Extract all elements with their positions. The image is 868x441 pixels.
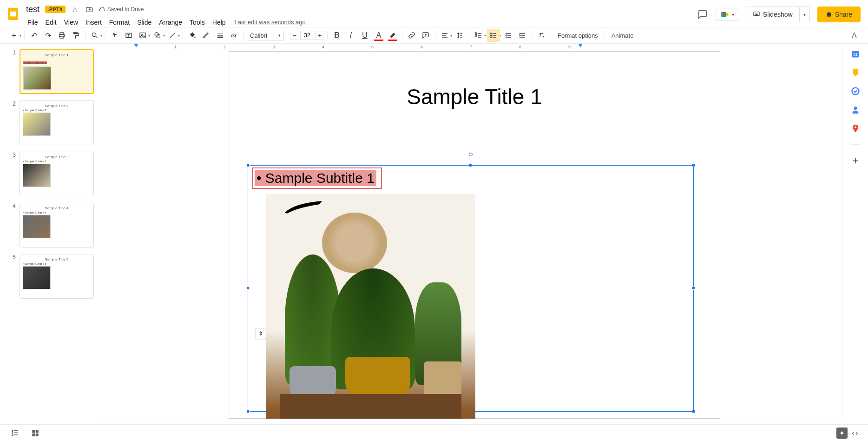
maps-icon[interactable] <box>851 124 860 133</box>
thumb-preview[interactable]: Sample Title 2 • Sample Subtitle 2 <box>20 100 94 145</box>
move-icon[interactable] <box>84 4 95 15</box>
slideshow-dropdown[interactable]: ▾ <box>800 7 810 22</box>
share-button[interactable]: Share <box>817 7 861 22</box>
last-edit-link[interactable]: Last edit was seconds ago <box>235 17 306 28</box>
line-spacing-button[interactable] <box>453 29 466 42</box>
hide-side-panel-button[interactable]: › <box>851 429 862 437</box>
thumb-preview[interactable]: Sample Title 1 Sample Subtitle 1 <box>20 49 94 94</box>
filmstrip-view-button[interactable] <box>9 429 20 437</box>
calendar-icon[interactable]: 31 <box>851 49 860 59</box>
slides-logo[interactable] <box>4 5 22 23</box>
resize-handle-bl[interactable] <box>246 410 250 413</box>
animate-button[interactable]: Animate <box>608 32 638 39</box>
comments-icon[interactable] <box>697 9 708 20</box>
thumb-preview[interactable]: Sample Title 4 • Sample Subtitle 4 <box>20 203 94 247</box>
slide-thumb-5[interactable]: 5 Sample Title 5 • Sample Subtitle 5 <box>11 254 97 299</box>
clear-formatting-button[interactable] <box>535 29 548 42</box>
slide-image[interactable] <box>266 194 475 419</box>
numbered-list-button[interactable]: 12 <box>472 29 485 42</box>
format-options-button[interactable]: Format options <box>554 32 602 39</box>
doc-title[interactable]: test <box>24 5 41 14</box>
italic-button[interactable]: I <box>344 29 357 42</box>
image-tool[interactable] <box>136 29 149 42</box>
highlight-color-button[interactable] <box>386 29 399 42</box>
menu-slide[interactable]: Slide <box>134 17 155 28</box>
indent-marker-left[interactable] <box>134 44 138 47</box>
canvas-area[interactable]: 1 2 3 4 5 6 7 8 9 Sample Title 1 <box>100 44 842 419</box>
border-weight-button[interactable] <box>214 29 227 42</box>
select-tool[interactable] <box>108 29 121 42</box>
svg-text:2: 2 <box>475 34 477 37</box>
indent-marker-right[interactable] <box>578 44 583 47</box>
grid-view-button[interactable] <box>30 429 41 437</box>
text-color-button[interactable]: A <box>372 29 385 42</box>
font-family-select[interactable]: Calibri▾ <box>247 31 284 40</box>
slide-canvas[interactable]: Sample Title 1 • Sample Subtitle 1 <box>229 51 720 419</box>
align-button[interactable] <box>438 29 451 42</box>
resize-handle-tm[interactable] <box>469 164 472 167</box>
resize-handle-tl[interactable] <box>246 164 250 167</box>
meet-button[interactable]: ▾ <box>716 8 738 21</box>
font-size-input[interactable]: 32 <box>300 31 314 40</box>
contacts-icon[interactable] <box>851 105 860 114</box>
tasks-icon[interactable] <box>851 87 860 96</box>
keep-icon[interactable] <box>851 68 860 77</box>
menu-tools[interactable]: Tools <box>186 17 208 28</box>
collapse-toolbar-button[interactable]: ᐱ <box>852 31 861 40</box>
new-slide-button[interactable]: ＋ <box>7 29 20 42</box>
ruler-tick: 1 <box>174 45 177 49</box>
resize-handle-mr[interactable] <box>692 287 695 290</box>
autofit-button[interactable]: ⇕ <box>255 328 266 339</box>
underline-button[interactable]: U <box>358 29 371 42</box>
slide-thumb-3[interactable]: 3 Sample Title 3 • Sample Subtitle 3 <box>11 152 97 196</box>
menu-format[interactable]: Format <box>106 17 133 28</box>
add-addon-icon[interactable]: ＋ <box>851 156 860 165</box>
slide-thumb-4[interactable]: 4 Sample Title 4 • Sample Subtitle 4 <box>11 203 97 247</box>
subtitle-highlighted[interactable]: • Sample Subtitle 1 <box>252 167 382 189</box>
paint-format-button[interactable] <box>69 29 82 42</box>
border-dash-button[interactable] <box>228 29 241 42</box>
zoom-button[interactable] <box>88 29 101 42</box>
menu-help[interactable]: Help <box>209 17 229 28</box>
menu-view[interactable]: View <box>61 17 81 28</box>
insert-link-button[interactable] <box>405 29 418 42</box>
print-button[interactable] <box>55 29 68 42</box>
bold-button[interactable]: B <box>330 29 343 42</box>
menu-file[interactable]: File <box>24 17 41 28</box>
resize-handle-br[interactable] <box>692 410 695 413</box>
insert-comment-button[interactable] <box>419 29 432 42</box>
redo-button[interactable]: ↷ <box>41 29 54 42</box>
thumb-preview[interactable]: Sample Title 3 • Sample Subtitle 3 <box>20 152 94 196</box>
menu-insert[interactable]: Insert <box>82 17 105 28</box>
slide-thumb-1[interactable]: 1 Sample Title 1 Sample Subtitle 1 <box>11 49 97 94</box>
shape-tool[interactable] <box>151 29 164 42</box>
horizontal-ruler[interactable]: 1 2 3 4 5 6 7 8 9 <box>107 44 842 51</box>
slide-thumb-2[interactable]: 2 Sample Title 2 • Sample Subtitle 2 <box>11 100 97 145</box>
rotate-handle[interactable] <box>469 153 473 156</box>
fill-color-button[interactable] <box>186 29 199 42</box>
thumb-subtitle: • Sample Subtitle 2 <box>23 109 91 112</box>
line-tool[interactable] <box>166 29 179 42</box>
slide-title[interactable]: Sample Title 1 <box>229 84 720 109</box>
font-size-increase[interactable]: + <box>315 31 324 40</box>
notes-resize-handle[interactable]: ⋯ <box>107 415 842 419</box>
vertical-ruler[interactable] <box>100 51 107 419</box>
bulleted-list-button[interactable] <box>487 29 500 42</box>
resize-handle-tr[interactable] <box>692 164 695 167</box>
slideshow-button[interactable]: Slideshow <box>746 7 800 22</box>
thumb-preview[interactable]: Sample Title 5 • Sample Subtitle 5 <box>20 254 94 299</box>
border-color-button[interactable] <box>200 29 213 42</box>
explore-button[interactable]: ✦ <box>836 428 848 439</box>
filmstrip[interactable]: 1 Sample Title 1 Sample Subtitle 1 2 Sam… <box>0 44 100 419</box>
textbox-tool[interactable] <box>122 29 135 42</box>
increase-indent-button[interactable] <box>516 29 529 42</box>
save-status[interactable]: Saved to Drive <box>99 6 144 13</box>
thumb-image <box>23 215 51 238</box>
undo-button[interactable]: ↶ <box>27 29 40 42</box>
star-icon[interactable]: ☆ <box>69 4 80 15</box>
decrease-indent-button[interactable] <box>502 29 515 42</box>
font-size-decrease[interactable]: − <box>290 31 299 40</box>
menu-edit[interactable]: Edit <box>42 17 60 28</box>
menu-arrange[interactable]: Arrange <box>156 17 185 28</box>
resize-handle-ml[interactable] <box>246 287 250 290</box>
